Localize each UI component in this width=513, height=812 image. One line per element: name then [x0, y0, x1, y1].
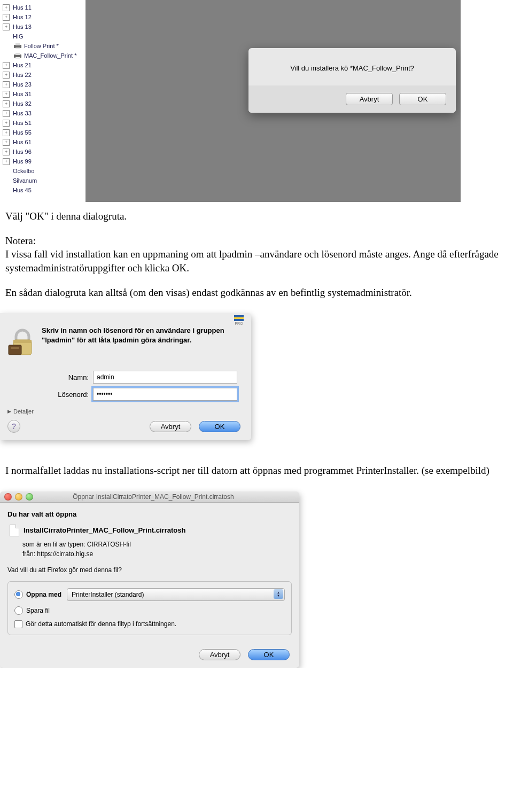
details-toggle[interactable]: ▶ Detaljer — [0, 407, 251, 418]
expand-icon[interactable]: + — [3, 129, 10, 136]
expand-icon[interactable]: + — [3, 62, 10, 69]
tree-item-hus11[interactable]: +Hus 11 — [3, 3, 86, 12]
expand-icon[interactable]: + — [3, 100, 10, 107]
zoom-icon[interactable] — [26, 493, 33, 501]
tree-item-hus31[interactable]: +Hus 31 — [3, 89, 86, 99]
tree-item-silvanum[interactable]: Silvanum — [3, 176, 86, 185]
cancel-button[interactable]: Avbryt — [150, 421, 191, 432]
cancel-button[interactable]: Avbryt — [199, 649, 240, 660]
paragraph-3: En sådan dialogruta kan alltså (om den v… — [0, 278, 513, 303]
paragraph-4: I normalfallet laddas nu installations-s… — [0, 456, 513, 481]
expand-icon[interactable]: + — [3, 72, 10, 79]
ok-button[interactable]: OK — [199, 421, 240, 432]
expand-icon[interactable]: + — [3, 149, 10, 155]
download-question: Vad vill du att Firefox gör med denna fi… — [7, 566, 292, 574]
expand-icon[interactable]: + — [3, 139, 10, 146]
expand-icon[interactable]: + — [3, 110, 10, 117]
auto-checkbox-row[interactable]: Gör detta automatiskt för denna filtyp i… — [14, 620, 285, 628]
tree-item-hus22[interactable]: +Hus 22 — [3, 70, 86, 80]
save-file-option[interactable]: Spara fil — [14, 606, 285, 615]
ok-button[interactable]: OK — [248, 649, 290, 660]
name-label: Namn: — [48, 373, 93, 381]
tree-item-hus99[interactable]: +Hus 99 — [3, 157, 86, 166]
radio-checked-icon[interactable] — [14, 590, 23, 599]
tree-item-hus45[interactable]: Hus 45 — [3, 185, 86, 195]
minimize-icon[interactable] — [15, 493, 22, 501]
chevron-right-icon: ▶ — [7, 409, 11, 414]
expand-icon[interactable]: + — [3, 24, 10, 30]
dropdown-arrows-icon: ▲▼ — [274, 589, 283, 599]
cancel-button[interactable]: Avbryt — [346, 93, 393, 105]
radio-unchecked-icon[interactable] — [14, 606, 23, 615]
download-options: Öppna med PrinterInstaller (standard) ▲▼… — [7, 581, 292, 635]
tree-item-hus13[interactable]: +Hus 13 — [3, 22, 86, 32]
expand-icon[interactable]: + — [3, 81, 10, 88]
file-type-line: som är en fil av typen: CIRRATOSH-fil — [22, 541, 292, 548]
sweden-flag-icon — [234, 315, 244, 321]
svg-rect-4 — [15, 53, 20, 55]
svg-rect-2 — [15, 48, 20, 49]
lock-icon — [6, 325, 42, 361]
tree-item-hus51[interactable]: +Hus 51 — [3, 118, 86, 128]
tree-item-mac-follow-print[interactable]: MAC_Follow_Print * — [3, 51, 86, 60]
expand-icon[interactable]: + — [3, 4, 10, 11]
tree-item-hus33[interactable]: +Hus 33 — [3, 108, 86, 118]
printer-icon — [13, 43, 22, 49]
auth-prompt: Skriv in namn och lösenord för en använd… — [42, 325, 240, 361]
printer-icon — [13, 52, 22, 59]
close-icon[interactable] — [4, 493, 12, 501]
install-confirm-dialog: Vill du installera kö *MAC_Follow_Print?… — [248, 48, 456, 113]
tree-item-hus55[interactable]: +Hus 55 — [3, 128, 86, 137]
open-with-option[interactable]: Öppna med PrinterInstaller (standard) ▲▼ — [14, 588, 285, 601]
download-filename: InstallCirratoPrinter_MAC_Follow_Print.c… — [10, 525, 292, 536]
svg-rect-9 — [11, 347, 19, 349]
paragraph-1: Välj "OK" i denna dialogruta. — [0, 202, 513, 227]
svg-rect-5 — [15, 57, 20, 59]
password-input[interactable] — [93, 388, 237, 401]
download-heading: Du har valt att öppna — [7, 510, 292, 518]
tree-item-hus32[interactable]: +Hus 32 — [3, 99, 86, 108]
tree-item-follow-print[interactable]: Follow Print * — [3, 41, 86, 51]
confirm-message: Vill du installera kö *MAC_Follow_Print? — [248, 48, 456, 85]
titlebar: Öppnar InstallCirratoPrinter_MAC_Follow_… — [0, 491, 299, 503]
help-button[interactable]: ? — [7, 420, 20, 433]
password-label: Lösenord: — [48, 391, 93, 399]
ok-button[interactable]: OK — [399, 93, 446, 105]
name-input[interactable] — [93, 371, 237, 384]
svg-rect-8 — [9, 345, 21, 355]
svg-rect-1 — [15, 43, 20, 45]
locale-badge: PRO — [234, 315, 244, 325]
application-dropdown[interactable]: PrinterInstaller (standard) ▲▼ — [67, 588, 285, 601]
svg-rect-7 — [13, 340, 32, 343]
expand-icon[interactable]: + — [3, 158, 10, 165]
tree-item-ockelbo[interactable]: Ockelbo — [3, 166, 86, 176]
tree-item-hus96[interactable]: +Hus 96 — [3, 147, 86, 157]
tree-item-hig[interactable]: HIG — [3, 32, 86, 41]
expand-icon[interactable]: + — [3, 14, 10, 21]
tree-item-hus61[interactable]: +Hus 61 — [3, 137, 86, 147]
window-title: Öppnar InstallCirratoPrinter_MAC_Follow_… — [33, 493, 295, 501]
expand-icon[interactable]: + — [3, 120, 10, 127]
expand-icon[interactable]: + — [3, 91, 10, 98]
tree-item-hus12[interactable]: +Hus 12 — [3, 12, 86, 22]
lpadmin-auth-dialog: PRO Skriv in namn och lösenord för en an… — [0, 313, 251, 440]
tree-item-hus21[interactable]: +Hus 21 — [3, 60, 86, 70]
location-tree: +Hus 11 +Hus 12 +Hus 13 HIG Follow Print… — [0, 0, 86, 202]
file-icon — [10, 525, 19, 536]
firefox-download-dialog: Öppnar InstallCirratoPrinter_MAC_Follow_… — [0, 491, 299, 668]
tree-item-hus23[interactable]: +Hus 23 — [3, 80, 86, 89]
checkbox-unchecked-icon[interactable] — [14, 620, 22, 628]
file-from-line: från: https://cirrato.hig.se — [22, 550, 292, 558]
install-confirm-screenshot: +Hus 11 +Hus 12 +Hus 13 HIG Follow Print… — [0, 0, 461, 202]
paragraph-2: Notera: I vissa fall vid installation ka… — [0, 227, 513, 278]
